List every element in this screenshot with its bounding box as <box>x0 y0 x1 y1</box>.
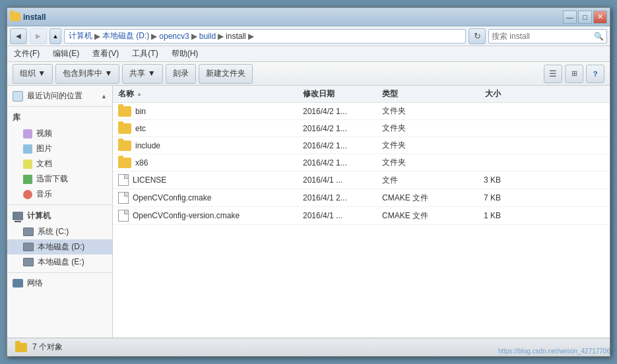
sidebar-item-doc[interactable]: 文档 <box>7 156 112 171</box>
table-row[interactable]: OpenCVConfig.cmake 2016/4/1 2... CMAKE 文… <box>113 189 610 207</box>
window-icon <box>10 13 20 21</box>
table-row[interactable]: include 2016/4/2 1... 文件夹 <box>113 137 610 154</box>
folder-icon <box>118 140 131 151</box>
maximize-button[interactable]: □ <box>578 11 592 24</box>
search-input[interactable] <box>492 32 594 41</box>
breadcrumb-local-d[interactable]: 本地磁盘 (D:) <box>102 30 149 42</box>
sidebar-group-library[interactable]: 库 <box>7 109 112 126</box>
file-name-cell: etc <box>118 123 303 134</box>
col-size-header[interactable]: 大小 <box>448 88 501 100</box>
status-folder-icon <box>15 343 27 352</box>
view-tiles-button[interactable]: ⊞ <box>565 65 583 83</box>
file-date-cell: 2016/4/2 1... <box>303 158 382 167</box>
toolbar-right: ☰ ⊞ ? <box>544 65 604 83</box>
include-library-button[interactable]: 包含到库中 ▼ <box>55 64 119 84</box>
share-button[interactable]: 共享 ▼ <box>122 64 162 84</box>
sidebar-item-local-d[interactable]: 本地磁盘 (D:) <box>7 239 112 255</box>
computer-label: 计算机 <box>27 210 51 222</box>
sidebar-item-network[interactable]: 网络 <box>7 276 112 291</box>
menu-file[interactable]: 文件(F) <box>10 47 44 61</box>
file-date-cell: 2016/4/1 2... <box>303 193 382 202</box>
network-label: 网络 <box>27 278 43 289</box>
burn-label: 刻录 <box>173 68 189 79</box>
close-button[interactable]: ✕ <box>593 11 607 24</box>
sys-drive-icon <box>23 228 34 236</box>
file-list-header: 名称 ▲ 修改日期 类型 大小 <box>113 86 610 103</box>
forward-button[interactable]: ▶ <box>30 28 47 44</box>
sidebar-item-video[interactable]: 视频 <box>7 126 112 141</box>
video-icon <box>23 129 32 138</box>
photo-label: 图片 <box>36 143 52 154</box>
file-type-cell: 文件 <box>382 175 448 186</box>
folder-icon <box>118 158 131 168</box>
title-buttons: — □ ✕ <box>563 11 607 24</box>
table-row[interactable]: x86 2016/4/2 1... 文件夹 <box>113 154 610 171</box>
table-row[interactable]: LICENSE 2016/4/1 ... 文件 3 KB <box>113 171 610 189</box>
breadcrumb-opencv3[interactable]: opencv3 <box>159 32 189 41</box>
sidebar-item-photo[interactable]: 图片 <box>7 141 112 156</box>
file-size-cell: 3 KB <box>448 175 501 185</box>
include-library-label: 包含到库中 ▼ <box>63 68 112 79</box>
local-d-icon <box>23 243 34 251</box>
view-list-button[interactable]: ☰ <box>544 65 562 83</box>
folder-icon <box>118 123 131 134</box>
col-date-header[interactable]: 修改日期 <box>303 88 382 100</box>
col-name-header[interactable]: 名称 ▲ <box>118 88 303 100</box>
menu-view[interactable]: 查看(V) <box>88 47 123 61</box>
toolbar: 组织 ▼ 包含到库中 ▼ 共享 ▼ 刻录 新建文件夹 ☰ ⊞ ? <box>7 62 610 86</box>
menu-edit[interactable]: 编辑(E) <box>49 47 83 61</box>
file-doc-icon <box>118 174 129 186</box>
breadcrumb-install: install <box>226 32 246 41</box>
window: install — □ ✕ ◀ ▶ ▲ 计算机 ▶ 本地磁盘 (D:) ▶ op… <box>7 7 610 357</box>
table-row[interactable]: OpenCVConfig-version.cmake 2016/4/1 ... … <box>113 207 610 225</box>
file-doc-icon <box>118 210 129 222</box>
music-icon <box>23 190 32 199</box>
organize-button[interactable]: 组织 ▼ <box>13 64 53 84</box>
file-type-cell: 文件夹 <box>382 140 448 151</box>
file-doc-icon <box>118 192 129 204</box>
file-name-cell: x86 <box>118 158 303 168</box>
recent-icon <box>13 91 23 102</box>
refresh-button[interactable]: ↻ <box>469 28 486 44</box>
up-button[interactable]: ▲ <box>49 28 61 44</box>
sidebar-item-download[interactable]: 迅雷下载 <box>7 171 112 187</box>
col-type-header[interactable]: 类型 <box>382 88 448 100</box>
search-icon[interactable]: 🔍 <box>594 32 604 41</box>
organize-label: 组织 ▼ <box>20 68 46 79</box>
file-type-cell: CMAKE 文件 <box>382 193 448 204</box>
sidebar-divider-3 <box>7 272 112 273</box>
back-button[interactable]: ◀ <box>10 28 27 44</box>
breadcrumb: 计算机 ▶ 本地磁盘 (D:) ▶ opencv3 ▶ build ▶ inst… <box>64 29 466 44</box>
minimize-button[interactable]: — <box>563 11 577 24</box>
file-name: x86 <box>135 158 148 167</box>
sidebar-recent-label: 最近访问的位置 <box>27 90 82 102</box>
new-folder-button[interactable]: 新建文件夹 <box>199 64 253 84</box>
sidebar-divider-2 <box>7 204 112 205</box>
file-size-cell: 1 KB <box>448 211 501 220</box>
file-name: LICENSE <box>133 175 166 185</box>
sidebar-item-music[interactable]: 音乐 <box>7 187 112 202</box>
file-size-cell: 7 KB <box>448 193 501 202</box>
breadcrumb-build[interactable]: build <box>199 32 216 41</box>
menu-tools[interactable]: 工具(T) <box>128 47 162 61</box>
burn-button[interactable]: 刻录 <box>166 64 196 84</box>
file-name: bin <box>135 107 146 116</box>
sidebar-item-recent[interactable]: 最近访问的位置 ▲ <box>7 88 112 104</box>
sidebar-item-sys-c[interactable]: 系统 (C:) <box>7 224 112 239</box>
address-bar: ◀ ▶ ▲ 计算机 ▶ 本地磁盘 (D:) ▶ opencv3 ▶ build … <box>7 26 610 46</box>
title-bar: install — □ ✕ <box>7 8 610 26</box>
title-bar-left: install <box>10 13 46 22</box>
file-name-cell: bin <box>118 106 303 117</box>
photo-icon <box>23 144 32 154</box>
table-row[interactable]: bin 2016/4/2 1... 文件夹 <box>113 103 610 120</box>
main-area: 最近访问的位置 ▲ 库 视频 图片 文档 迅雷下载 <box>7 86 610 338</box>
sidebar-group-computer[interactable]: 计算机 <box>7 208 112 224</box>
file-name-cell: include <box>118 140 303 151</box>
breadcrumb-computer[interactable]: 计算机 <box>69 30 92 42</box>
table-row[interactable]: etc 2016/4/2 1... 文件夹 <box>113 120 610 137</box>
sidebar-item-local-e[interactable]: 本地磁盘 (E:) <box>7 255 112 270</box>
file-name-cell: LICENSE <box>118 174 303 186</box>
file-type-cell: 文件夹 <box>382 106 448 117</box>
menu-help[interactable]: 帮助(H) <box>168 47 203 61</box>
help-button[interactable]: ? <box>586 65 604 83</box>
